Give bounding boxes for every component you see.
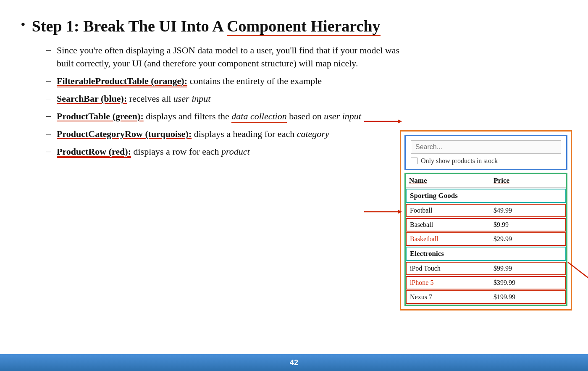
sub-text-categoryrow: ProductCategoryRow (turquoise): displays… — [57, 127, 329, 141]
bottom-bar: 42 — [0, 354, 588, 371]
component-demo: Only show products in stock Name Price S… — [400, 130, 572, 310]
svg-marker-3 — [398, 210, 402, 214]
product-name-iphone: iPhone 5 — [410, 279, 494, 287]
search-input[interactable] — [411, 140, 561, 154]
product-price-nexus: $199.99 — [494, 293, 562, 301]
product-price-basketball: $29.99 — [494, 235, 562, 243]
main-bullet: • Step 1: Break The UI Into A Component … — [21, 17, 567, 36]
slide-container: • Step 1: Break The UI Into A Component … — [0, 0, 588, 371]
product-name-nexus: Nexus 7 — [410, 293, 494, 301]
product-name-ipod: iPod Touch — [410, 265, 494, 272]
svg-marker-1 — [398, 119, 402, 124]
sub-dash-filterable: – — [46, 75, 51, 86]
categoryrow-italic: category — [297, 129, 329, 139]
product-name-baseball: Baseball — [410, 221, 494, 229]
searchbar-label: SearchBar (blue): — [57, 93, 127, 104]
checkbox-label: Only show products in stock — [421, 157, 498, 165]
product-table-demo: Name Price Sporting Goods Football $49.9… — [404, 173, 567, 306]
product-row-iphone: iPhone 5 $399.99 — [406, 276, 566, 289]
productrow-italic: product — [221, 146, 250, 157]
checkbox-row: Only show products in stock — [411, 157, 561, 165]
sub-item-intro: – Since you're often displaying a JSON d… — [46, 44, 567, 71]
product-price-ipod: $99.99 — [494, 265, 562, 272]
bullet-dot: • — [21, 18, 25, 31]
product-price-football: $49.99 — [494, 207, 562, 214]
arrow-iphone-row — [566, 260, 588, 285]
main-heading: Step 1: Break The UI Into A Component Hi… — [32, 17, 381, 36]
product-name-basketball: Basketball — [410, 235, 494, 243]
sub-text-intro: Since you're often displaying a JSON dat… — [57, 44, 401, 71]
sub-text-filterable: FilterableProductTable (orange): contain… — [57, 74, 322, 88]
sub-text-productrow: ProductRow (red): displays a row for eac… — [57, 145, 250, 158]
searchbar-italic: user input — [173, 93, 211, 104]
arrow-electronics — [362, 205, 404, 218]
product-row-nexus: Nexus 7 $199.99 — [406, 290, 566, 304]
filterable-product-table-demo: Only show products in stock Name Price S… — [400, 130, 572, 310]
productrow-label: ProductRow (red): — [57, 146, 131, 158]
category-row-electronics: Electronics — [406, 247, 566, 261]
col-price-header: Price — [494, 176, 563, 185]
sub-dash-producttable: – — [46, 111, 51, 121]
sub-item-producttable: – ProductTable (green): displays and fil… — [46, 110, 567, 123]
sub-text-searchbar: SearchBar (blue): receives all user inpu… — [57, 92, 210, 105]
search-bar-demo: Only show products in stock — [404, 135, 567, 170]
sub-dash-searchbar: – — [46, 93, 51, 104]
producttable-italic2: user input — [324, 111, 361, 121]
product-name-football: Football — [410, 207, 494, 214]
sub-dash-intro: – — [46, 45, 51, 55]
heading-underline: Component Hierarchy — [227, 17, 381, 36]
product-row-baseball: Baseball $9.99 — [406, 218, 566, 232]
stock-checkbox[interactable] — [411, 158, 417, 164]
sub-item-searchbar: – SearchBar (blue): receives all user in… — [46, 92, 567, 105]
sub-text-producttable: ProductTable (green): displays and filte… — [57, 110, 361, 123]
arrow-sporting-goods — [362, 115, 404, 128]
producttable-italic1: data collection — [231, 111, 286, 123]
product-price-baseball: $9.99 — [494, 221, 562, 229]
categoryrow-label: ProductCategoryRow (turquoise): — [57, 129, 192, 139]
col-name-header: Name — [409, 176, 494, 185]
sub-dash-categoryrow: – — [46, 128, 51, 139]
sub-dash-productrow: – — [46, 146, 51, 157]
page-number: 42 — [290, 358, 298, 367]
product-row-football: Football $49.99 — [406, 204, 566, 217]
filterable-label: FilterableProductTable (orange): — [57, 76, 187, 87]
product-row-basketball: Basketball $29.99 — [406, 232, 566, 246]
search-input-row — [411, 140, 561, 154]
category-row-sporting: Sporting Goods — [406, 189, 566, 203]
product-table-header: Name Price — [406, 174, 566, 188]
producttable-label: ProductTable (green): — [57, 111, 144, 121]
sub-item-filterable: – FilterableProductTable (orange): conta… — [46, 74, 567, 88]
product-price-iphone: $399.99 — [494, 279, 562, 287]
svg-line-4 — [568, 262, 588, 283]
product-row-ipod: iPod Touch $99.99 — [406, 262, 566, 275]
